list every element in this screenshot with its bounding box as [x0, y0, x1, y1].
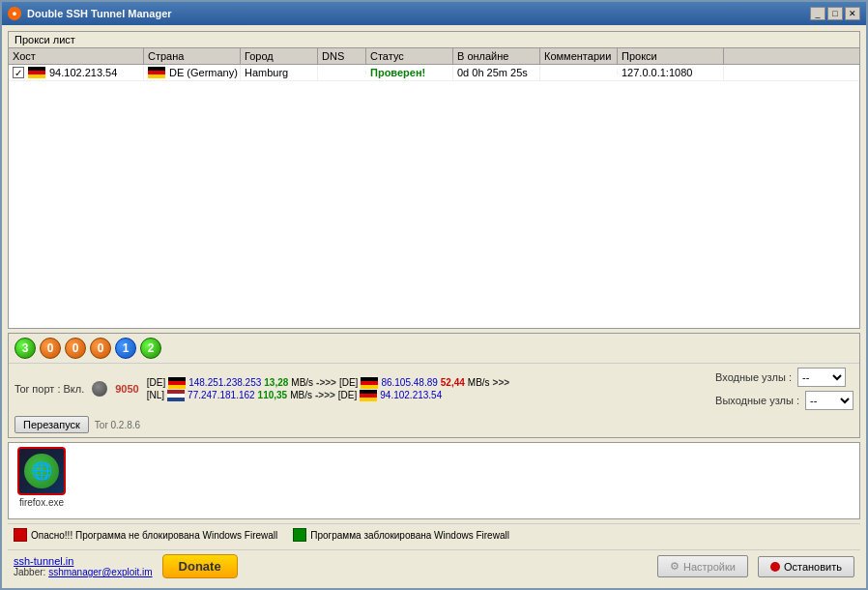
bracket-de-2: [DE]	[338, 390, 357, 400]
flag-node-1-2	[360, 390, 377, 401]
bottom-bar: ssh-tunnel.in Jabber: sshmanager@exploit…	[8, 549, 860, 582]
bubble-4: 1	[115, 338, 136, 359]
country-value: DE (Germany)	[169, 67, 238, 78]
bubble-5: 2	[140, 338, 161, 359]
site-link[interactable]: ssh-tunnel.in	[14, 555, 73, 567]
stop-button[interactable]: Остановить	[758, 556, 854, 577]
inlet-label: Входные узлы :	[715, 371, 792, 383]
outlet-select[interactable]: --	[805, 391, 854, 410]
settings-icon: ⚙	[670, 560, 680, 573]
node-ip-1-2: 94.102.213.54	[380, 390, 442, 400]
tor-port-value: 9050	[115, 383, 138, 395]
col-country: Страна	[144, 48, 241, 64]
legend-green-label: Программа заблокирована Windows Firewall	[310, 530, 509, 541]
bubble-0: 3	[14, 338, 36, 359]
main-window: ● Double SSH Tunnel Manager _ □ ✕ Прокси…	[0, 0, 868, 590]
node-speed-0-1: 13,28	[264, 377, 288, 388]
inlet-row: Входные узлы : --	[715, 368, 854, 387]
bracket-open-0: [DE]	[147, 377, 165, 388]
node-unit-0-2: MB/s	[468, 377, 490, 388]
flag-node-1-1	[167, 390, 185, 401]
col-proxy: Прокси	[618, 48, 724, 64]
table-header: Хост Страна Город DNS Статус В онлайне К…	[9, 48, 859, 65]
window-title: Double SSH Tunnel Manager	[27, 8, 172, 19]
status-bubbles: 3 0 0 0 1 2	[9, 334, 859, 363]
title-bar: ● Double SSH Tunnel Manager _ □ ✕	[2, 2, 866, 25]
settings-label: Настройки	[683, 561, 736, 573]
cell-comment	[540, 71, 618, 74]
node-unit-1-1: MB/s	[290, 390, 312, 400]
cell-dns	[318, 71, 366, 74]
bubble-1: 0	[40, 338, 61, 359]
flag-node-0-1	[168, 377, 186, 389]
maximize-button[interactable]: □	[827, 7, 843, 20]
col-city: Город	[241, 48, 318, 64]
proxy-list-title: Прокси лист	[9, 32, 859, 48]
table-row[interactable]: ✓ 94.102.213.54 DE (Germany) Hamburg Про…	[9, 65, 859, 81]
table-body: ✓ 94.102.213.54 DE (Germany) Hamburg Про…	[9, 65, 859, 328]
apps-section: 🌐 firefox.exe	[8, 442, 860, 519]
row-checkbox[interactable]: ✓	[13, 67, 24, 78]
bracket-open-0-2: [DE]	[339, 377, 358, 388]
proxy-list-section: Прокси лист Хост Страна Город DNS Статус…	[8, 31, 860, 329]
tor-icon	[92, 381, 107, 397]
tor-nodes: [DE] 148.251.238.253 13,28 MB/s ->>> [DE…	[147, 377, 708, 401]
restart-row: Перезапуск Tor 0.2.8.6	[9, 414, 859, 437]
node-ip-0-2: 86.105.48.89	[381, 377, 437, 388]
jabber-address[interactable]: sshmanager@exploit.im	[48, 567, 152, 577]
node-speed-1-1: 110,35	[258, 390, 288, 400]
node-row-0: [DE] 148.251.238.253 13,28 MB/s ->>> [DE…	[147, 377, 708, 389]
outlet-selectors: Входные узлы : -- Выходные узлы : --	[715, 368, 854, 410]
site-info: ssh-tunnel.in Jabber: sshmanager@exploit…	[14, 555, 153, 577]
title-buttons: _ □ ✕	[810, 7, 860, 20]
legend-red: Опасно!!! Программа не блокирована Windo…	[14, 528, 277, 542]
firewall-legend: Опасно!!! Программа не блокирована Windo…	[8, 523, 860, 546]
col-host: Хост	[9, 48, 144, 64]
bubble-2: 0	[65, 338, 86, 359]
stop-icon	[770, 562, 780, 572]
node-row-1: [NL] 77.247.181.162 110,35 MB/s ->>> [DE…	[147, 390, 708, 401]
jabber-label: Jabber:	[14, 567, 45, 577]
host-ip: 94.102.213.54	[49, 67, 117, 78]
minimize-button[interactable]: _	[810, 7, 825, 20]
col-comment: Комментарии	[540, 48, 618, 64]
legend-red-box	[14, 528, 27, 542]
col-online: В онлайне	[453, 48, 540, 64]
bracket-nl: [NL]	[147, 390, 164, 400]
settings-button[interactable]: ⚙ Настройки	[657, 555, 748, 577]
legend-red-label: Опасно!!! Программа не блокирована Windo…	[31, 530, 277, 541]
outlet-label: Выходные узлы :	[715, 395, 799, 406]
tor-port-label: Tor порт : Вкл.	[14, 383, 84, 395]
app-label-0: firefox.exe	[19, 497, 64, 508]
col-status: Статус	[366, 48, 453, 64]
cell-online: 0d 0h 25m 25s	[453, 65, 540, 80]
cell-status: Проверен!	[366, 65, 453, 80]
legend-green: Программа заблокирована Windows Firewall	[293, 528, 509, 542]
node-ip-1-1: 77.247.181.162	[188, 390, 255, 400]
node-arrow-0: ->>>	[316, 377, 336, 388]
cell-host: ✓ 94.102.213.54	[9, 65, 144, 80]
close-button[interactable]: ✕	[845, 7, 860, 20]
status-section: 3 0 0 0 1 2 Tor порт : Вкл. 9050 [DE] 14…	[8, 333, 860, 438]
flag-node-0-2	[361, 377, 378, 389]
title-bar-left: ● Double SSH Tunnel Manager	[8, 7, 172, 20]
cell-city: Hamburg	[241, 65, 318, 80]
node-arrow-1: ->>>	[315, 390, 335, 400]
jabber-info: Jabber: sshmanager@exploit.im	[14, 567, 153, 577]
restart-button[interactable]: Перезапуск	[14, 416, 89, 433]
tor-info-row: Tor порт : Вкл. 9050 [DE] 148.251.238.25…	[9, 363, 859, 414]
main-content: Прокси лист Хост Страна Город DNS Статус…	[2, 25, 866, 588]
app-icon-inner: 🌐	[24, 454, 59, 488]
tor-version: Tor 0.2.8.6	[95, 420, 140, 430]
node-unit-0-1: MB/s	[291, 377, 313, 388]
donate-button[interactable]: Donate	[162, 554, 238, 578]
node-speed-0-2: 52,44	[441, 377, 465, 388]
inlet-select[interactable]: --	[797, 368, 846, 387]
col-dns: DNS	[318, 48, 366, 64]
node-arrow-0-2: >>>	[493, 377, 510, 388]
flag-de-country	[148, 67, 165, 78]
outlet-row: Выходные узлы : --	[715, 391, 854, 410]
flag-de	[28, 67, 45, 78]
app-icon-box: 🌐	[17, 447, 66, 495]
app-item-0[interactable]: 🌐 firefox.exe	[13, 447, 71, 508]
